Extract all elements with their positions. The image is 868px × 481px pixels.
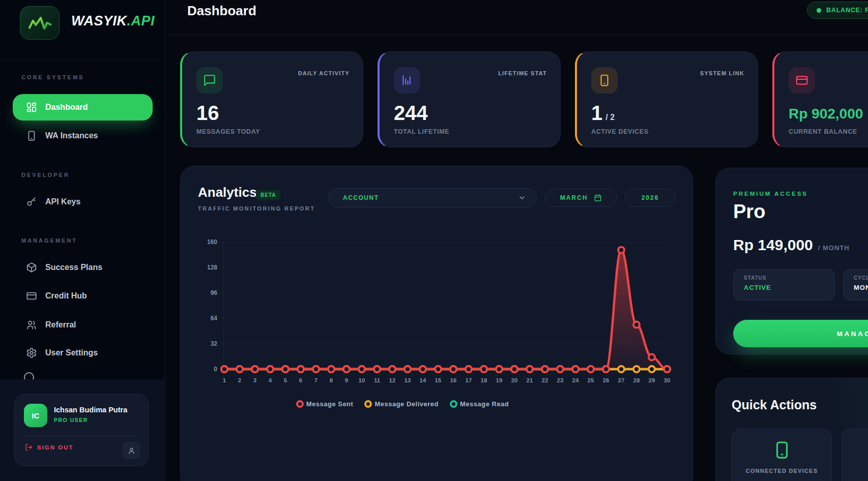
month-picker-button[interactable]: MARCH [545, 189, 617, 207]
legend-label: Message Read [460, 400, 509, 408]
premium-price-period: / MONTH [818, 244, 850, 252]
manage-subscription-button[interactable]: MANAGE SUBSCRIPTION [733, 320, 868, 347]
page-title: Dashboard [187, 3, 256, 19]
chevron-down-icon [518, 194, 526, 202]
brand-logo [20, 6, 60, 40]
brand-name: WASYIK [71, 13, 127, 28]
sidebar-item-user-settings[interactable]: User Settings [13, 344, 153, 362]
stat-value: Rp 902,000 [789, 107, 863, 121]
bar-chart-icon [400, 74, 414, 87]
stat-card-balance: Rp 902,000 CURRENT BALANCE [772, 51, 868, 147]
stat-icon-tile [394, 67, 420, 94]
sidebar-item-referral[interactable]: Referral [13, 316, 153, 334]
sign-out-label: SIGN OUT [37, 444, 74, 450]
svg-text:29: 29 [649, 377, 655, 383]
brand-wordmark: WASYIK.API [71, 13, 155, 29]
calendar-icon [594, 194, 602, 202]
svg-text:27: 27 [618, 377, 625, 383]
quick-action-connected-devices[interactable]: CONNECTED DEVICES [732, 429, 832, 481]
sidebar-dock: IC Ichsan Budima Putra PRO USER SIGN OUT [0, 379, 165, 481]
svg-text:128: 128 [207, 264, 217, 271]
sidebar-item-label: Success Plans [45, 263, 102, 272]
sidebar-divider [0, 59, 165, 60]
stat-icon-tile [591, 67, 618, 94]
legend-item[interactable]: Message Sent [296, 400, 354, 408]
legend-item[interactable]: Message Delivered [364, 400, 439, 408]
svg-text:64: 64 [211, 315, 218, 322]
section-core-systems: CORE SYSTEMS [21, 74, 84, 80]
sidebar-item-label: Referral [45, 320, 76, 329]
cycle-box: CYCLE MONTHLY [843, 269, 868, 300]
profile-name: Ichsan Budima Putra [54, 406, 127, 414]
svg-text:1: 1 [223, 377, 226, 383]
svg-text:10: 10 [359, 377, 365, 383]
key-icon [26, 196, 37, 207]
quick-action-partial[interactable] [842, 429, 868, 481]
sidebar: WASYIK.API CORE SYSTEMS Dashboard WA Ins… [0, 0, 165, 481]
sidebar-item-credit-hub[interactable]: Credit Hub [13, 287, 153, 305]
status-box-label: STATUS [744, 275, 824, 281]
stat-card-daily-activity: DAILY ACTIVITY 16 MESSAGES TODAY [180, 51, 363, 147]
sidebar-item-dashboard[interactable]: Dashboard [13, 94, 153, 121]
svg-text:30: 30 [664, 377, 671, 383]
avatar: IC [24, 404, 47, 427]
profile-user-button[interactable] [122, 442, 140, 459]
sidebar-item-label: Credit Hub [45, 291, 87, 300]
svg-text:25: 25 [588, 377, 594, 383]
year-picker-value: 2026 [642, 194, 659, 201]
profile-card: IC Ichsan Budima Putra PRO USER SIGN OUT [14, 394, 149, 466]
svg-text:21: 21 [527, 377, 533, 383]
status-box-value: ACTIVE [744, 284, 824, 291]
sidebar-item-label: API Keys [45, 197, 80, 206]
grid-icon [26, 102, 37, 113]
wave-logo-icon [26, 12, 53, 34]
credit-card-icon [26, 290, 37, 302]
sidebar-item-label: WA Instances [45, 131, 98, 140]
sidebar-item-success-plans[interactable]: Success Plans [13, 258, 153, 277]
section-developer: DEVELOPER [21, 172, 70, 178]
stat-tag: LIFETIME STAT [498, 70, 547, 76]
svg-text:0: 0 [214, 366, 217, 373]
svg-text:7: 7 [314, 377, 317, 383]
gear-icon [26, 347, 37, 358]
account-select[interactable]: ACCOUNT [328, 188, 537, 207]
traffic-line-chart[interactable]: 0326496128160123456789101112131415161718… [181, 217, 693, 390]
legend-ring-icon [296, 400, 304, 408]
balance-badge-label: BALANCE: RP 902,000 [826, 7, 868, 14]
stat-icon-tile [196, 67, 223, 94]
stat-card-system-link: SYSTEM LINK 1/ 2 ACTIVE DEVICES [575, 51, 758, 147]
svg-text:11: 11 [374, 377, 381, 383]
legend-ring-icon [364, 400, 372, 408]
svg-text:22: 22 [542, 377, 548, 383]
svg-text:28: 28 [633, 377, 640, 383]
stat-label: ACTIVE DEVICES [591, 128, 649, 135]
beta-badge: BETA [256, 190, 280, 200]
premium-card: PREMIUM ACCESS Pro Rp 149,000 / MONTH ST… [715, 168, 868, 354]
svg-text:17: 17 [466, 377, 472, 383]
profile-role-badge: PRO USER [54, 417, 88, 423]
legend-label: Message Sent [306, 400, 354, 408]
status-box: STATUS ACTIVE [733, 269, 835, 300]
svg-text:18: 18 [481, 377, 487, 383]
month-picker-value: MARCH [560, 194, 588, 201]
sign-out-button[interactable]: SIGN OUT [25, 443, 74, 451]
legend-item[interactable]: Message Read [450, 400, 509, 408]
stat-label: MESSAGES TODAY [196, 128, 260, 135]
year-picker-button[interactable]: 2026 [625, 189, 676, 207]
phone-icon [26, 130, 37, 141]
app-window: WASYIK.API CORE SYSTEMS Dashboard WA Ins… [0, 0, 868, 481]
cycle-box-value: MONTHLY [854, 284, 868, 291]
sidebar-item-label: Dashboard [45, 103, 88, 112]
svg-text:20: 20 [511, 377, 518, 383]
sidebar-item-wa-instances[interactable]: WA Instances [13, 127, 153, 145]
svg-text:32: 32 [211, 340, 218, 347]
svg-text:26: 26 [603, 377, 610, 383]
svg-text:3: 3 [253, 377, 256, 383]
svg-text:160: 160 [207, 238, 217, 246]
balance-badge[interactable]: BALANCE: RP 902,000 [807, 2, 868, 19]
sidebar-item-api-keys[interactable]: API Keys [13, 193, 153, 211]
status-dot [817, 8, 821, 13]
svg-text:24: 24 [572, 377, 579, 383]
legend-ring-icon [450, 400, 457, 408]
quick-actions-title: Quick Actions [732, 398, 817, 412]
